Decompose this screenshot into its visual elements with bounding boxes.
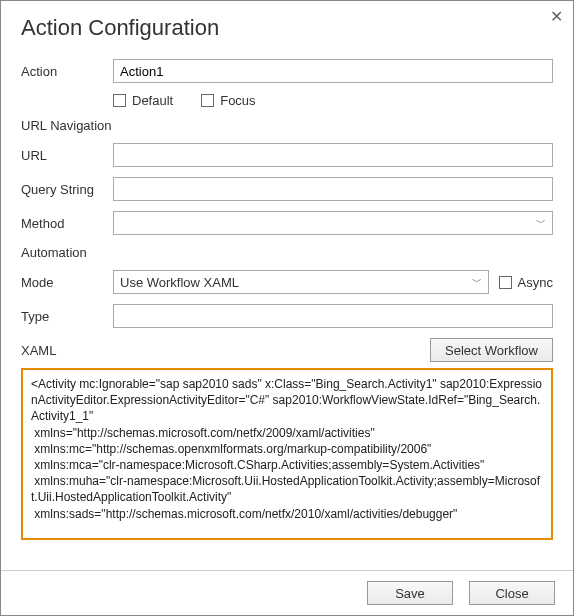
- close-icon[interactable]: ✕: [550, 7, 563, 26]
- url-navigation-section: URL Navigation: [21, 118, 553, 133]
- action-label: Action: [21, 64, 113, 79]
- dialog-footer: Save Close: [1, 570, 573, 615]
- mode-selected-value: Use Workflow XAML: [120, 275, 239, 290]
- focus-checkbox[interactable]: Focus: [201, 93, 255, 108]
- checkbox-icon: [201, 94, 214, 107]
- async-checkbox[interactable]: Async: [499, 275, 553, 290]
- chevron-down-icon: ﹀: [536, 216, 546, 230]
- checkbox-icon: [499, 276, 512, 289]
- mode-label: Mode: [21, 275, 113, 290]
- method-label: Method: [21, 216, 113, 231]
- type-input[interactable]: [113, 304, 553, 328]
- checkbox-icon: [113, 94, 126, 107]
- action-input[interactable]: [113, 59, 553, 83]
- url-input[interactable]: [113, 143, 553, 167]
- xaml-label: XAML: [21, 343, 113, 358]
- query-string-label: Query String: [21, 182, 113, 197]
- method-select[interactable]: ﹀: [113, 211, 553, 235]
- chevron-down-icon: ﹀: [472, 275, 482, 289]
- focus-checkbox-label: Focus: [220, 93, 255, 108]
- default-checkbox-label: Default: [132, 93, 173, 108]
- mode-select[interactable]: Use Workflow XAML ﹀: [113, 270, 489, 294]
- xaml-content-box[interactable]: <Activity mc:Ignorable="sap sap2010 sads…: [21, 368, 553, 540]
- dialog-title: Action Configuration: [21, 15, 553, 41]
- type-label: Type: [21, 309, 113, 324]
- save-button[interactable]: Save: [367, 581, 453, 605]
- close-button[interactable]: Close: [469, 581, 555, 605]
- automation-section: Automation: [21, 245, 553, 260]
- select-workflow-button[interactable]: Select Workflow: [430, 338, 553, 362]
- url-label: URL: [21, 148, 113, 163]
- default-checkbox[interactable]: Default: [113, 93, 173, 108]
- query-string-input[interactable]: [113, 177, 553, 201]
- async-checkbox-label: Async: [518, 275, 553, 290]
